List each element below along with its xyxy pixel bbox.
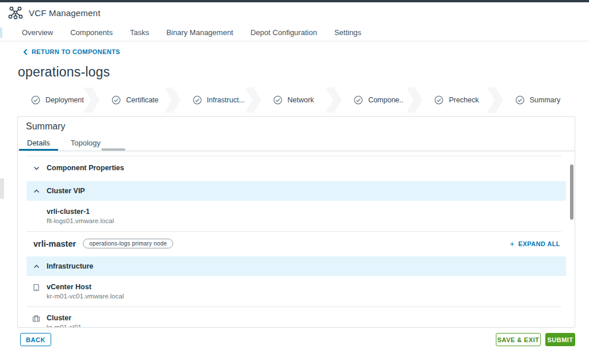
summary-panel: Summary Details Topology Component Prope…: [17, 116, 575, 328]
step-summary[interactable]: Summary: [496, 87, 575, 113]
expand-all-button[interactable]: + EXPAND ALL: [510, 239, 560, 248]
nav-item-depot-configuration[interactable]: Depot Configuration: [250, 28, 317, 37]
page-title: operations-logs: [18, 64, 110, 80]
check-circle-icon: [112, 95, 121, 105]
step-label: Deployment: [45, 96, 84, 104]
save-and-exit-button[interactable]: SAVE & EXIT: [496, 333, 541, 346]
cluster-icon: [32, 315, 40, 323]
vcf-logo-icon: [8, 5, 23, 20]
app-header: VCF Management: [0, 2, 589, 23]
wizard-stepper: Deployment Certificate Infrastruct... Ne…: [17, 87, 575, 113]
node-badge: operations-logs primary node: [83, 239, 173, 248]
cluster-vip-header[interactable]: Cluster VIP: [26, 181, 566, 201]
node-name: vrli-master: [33, 239, 76, 248]
check-circle-icon: [273, 95, 282, 105]
chevron-up-icon: [33, 263, 40, 270]
check-circle-icon: [193, 95, 202, 105]
cluster-vip-item: vrli-cluster-1 flt-logs01.vmware.local: [18, 201, 575, 231]
nav-accent: [0, 28, 2, 38]
step-precheck[interactable]: Precheck: [415, 87, 494, 113]
app-title: VCF Management: [29, 8, 101, 18]
horizontal-scrollbar[interactable]: [101, 148, 125, 151]
infra-item-name: vCenter Host: [47, 282, 575, 292]
infrastructure-header[interactable]: Infrastructure: [26, 256, 566, 276]
chevron-left-icon: [23, 49, 28, 55]
component-properties-label: Component Properties: [47, 164, 124, 172]
nav-item-binary-management[interactable]: Binary Management: [166, 28, 233, 37]
infrastructure-item-cluster: Cluster kr-m01-cl01: [18, 307, 575, 327]
panel-title: Summary: [26, 121, 65, 132]
step-label: Network: [288, 96, 314, 104]
infra-item-value: kr-m01-cl01: [47, 323, 575, 327]
step-label: Summary: [530, 96, 560, 104]
host-icon: [32, 283, 40, 292]
submit-button[interactable]: SUBMIT: [545, 333, 575, 346]
step-deployment[interactable]: Deployment: [17, 87, 91, 113]
cluster-vip-item-name: vrli-cluster-1: [47, 207, 575, 217]
nav-item-tasks[interactable]: Tasks: [130, 28, 149, 37]
return-link-label: RETURN TO COMPONENTS: [32, 48, 120, 55]
cluster-vip-label: Cluster VIP: [47, 187, 85, 195]
nav-item-overview[interactable]: Overview: [22, 28, 53, 37]
component-properties-row[interactable]: Component Properties: [18, 156, 575, 179]
chevron-down-icon: [33, 165, 40, 171]
return-to-components-link[interactable]: RETURN TO COMPONENTS: [23, 48, 120, 55]
check-circle-icon: [434, 95, 443, 105]
plus-icon: +: [510, 239, 515, 248]
vertical-scrollbar[interactable]: [570, 164, 573, 220]
step-components[interactable]: Compone..: [334, 87, 414, 113]
infra-item-value: kr-m01-vc01.vmware.local: [47, 292, 575, 301]
expand-all-label: EXPAND ALL: [518, 240, 560, 247]
check-circle-icon: [31, 95, 40, 105]
nav-item-components[interactable]: Components: [70, 28, 113, 37]
nav-item-settings[interactable]: Settings: [334, 28, 361, 37]
details-content: Component Properties Cluster VIP vrli-cl…: [18, 152, 575, 327]
step-network[interactable]: Network: [254, 87, 333, 113]
step-infrastructure[interactable]: Infrastruct...: [173, 87, 253, 113]
step-certificate[interactable]: Certificate: [92, 87, 171, 113]
infra-item-name: Cluster: [47, 313, 575, 323]
main-nav: Overview Components Tasks Binary Managem…: [0, 24, 589, 41]
step-label: Precheck: [449, 96, 479, 104]
cluster-vip-item-value: flt-logs01.vmware.local: [47, 217, 575, 225]
tab-details[interactable]: Details: [19, 139, 58, 151]
back-button[interactable]: BACK: [20, 333, 51, 346]
step-label: Infrastruct...: [207, 96, 245, 104]
step-label: Compone..: [368, 96, 403, 104]
check-circle-icon: [515, 95, 525, 105]
chevron-up-icon: [33, 188, 40, 194]
node-header-row: vrli-master operations-logs primary node…: [18, 232, 575, 255]
step-label: Certificate: [126, 96, 158, 104]
infrastructure-item-vcenter: vCenter Host kr-m01-vc01.vmware.local: [18, 276, 575, 306]
infrastructure-label: Infrastructure: [47, 262, 93, 270]
left-edge-scrollbar[interactable]: [0, 178, 4, 199]
check-circle-icon: [354, 95, 363, 105]
